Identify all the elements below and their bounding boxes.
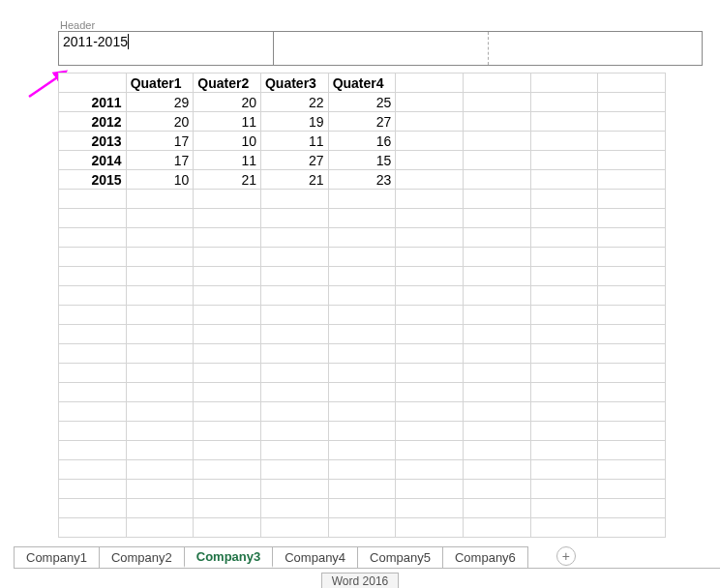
cell[interactable] xyxy=(463,499,530,518)
cell[interactable] xyxy=(260,248,328,267)
cell[interactable] xyxy=(59,209,127,228)
cell[interactable] xyxy=(59,441,127,460)
cell[interactable] xyxy=(260,518,328,538)
cell[interactable] xyxy=(530,74,598,93)
cell[interactable] xyxy=(598,151,666,170)
cell[interactable] xyxy=(59,480,127,499)
cell[interactable] xyxy=(598,518,666,538)
data-cell[interactable]: 21 xyxy=(260,170,328,190)
row-header-year[interactable]: 2015 xyxy=(59,170,127,190)
cell[interactable] xyxy=(328,499,396,518)
cell[interactable] xyxy=(126,248,194,267)
cell[interactable] xyxy=(59,460,127,480)
cell[interactable] xyxy=(463,170,530,190)
cell[interactable] xyxy=(598,422,666,441)
cell[interactable] xyxy=(194,422,261,441)
data-cell[interactable]: 16 xyxy=(328,132,396,151)
cell[interactable] xyxy=(194,325,261,344)
header-left-input[interactable]: 2011-2015 xyxy=(58,32,274,65)
cell[interactable] xyxy=(396,306,464,325)
cell[interactable] xyxy=(530,209,598,228)
cell[interactable] xyxy=(598,93,666,112)
column-header[interactable]: Quater1 xyxy=(126,74,194,93)
cell[interactable] xyxy=(126,190,194,209)
data-cell[interactable]: 22 xyxy=(260,93,328,112)
cell[interactable] xyxy=(126,460,194,480)
cell[interactable] xyxy=(328,518,396,538)
cell[interactable] xyxy=(598,344,666,364)
row-header-year[interactable]: 2013 xyxy=(59,132,127,151)
cell[interactable] xyxy=(126,441,194,460)
cell[interactable] xyxy=(530,228,598,248)
cell[interactable] xyxy=(463,93,530,112)
data-cell[interactable]: 19 xyxy=(260,112,328,132)
cell[interactable] xyxy=(463,344,530,364)
cell[interactable] xyxy=(328,209,396,228)
cell[interactable] xyxy=(396,248,464,267)
cell[interactable] xyxy=(59,228,127,248)
cell[interactable] xyxy=(59,344,127,364)
cell[interactable] xyxy=(59,190,127,209)
cell[interactable] xyxy=(396,151,464,170)
cell[interactable] xyxy=(463,228,530,248)
cell[interactable] xyxy=(598,267,666,286)
cell[interactable] xyxy=(463,190,530,209)
cell[interactable] xyxy=(59,364,127,383)
cell[interactable] xyxy=(463,402,530,422)
cell[interactable] xyxy=(328,441,396,460)
cell[interactable] xyxy=(194,460,261,480)
cell[interactable] xyxy=(463,518,530,538)
cell[interactable] xyxy=(396,267,464,286)
cell[interactable] xyxy=(598,460,666,480)
cell[interactable] xyxy=(328,248,396,267)
cell[interactable] xyxy=(328,402,396,422)
cell[interactable] xyxy=(530,286,598,306)
cell[interactable] xyxy=(396,325,464,344)
cell[interactable] xyxy=(530,480,598,499)
cell[interactable] xyxy=(463,286,530,306)
cell[interactable] xyxy=(260,499,328,518)
cell[interactable] xyxy=(463,325,530,344)
cell[interactable] xyxy=(530,460,598,480)
cell[interactable] xyxy=(463,306,530,325)
cell[interactable] xyxy=(328,306,396,325)
cell[interactable] xyxy=(463,480,530,499)
cell[interactable] xyxy=(530,112,598,132)
data-cell[interactable]: 23 xyxy=(328,170,396,190)
data-cell[interactable]: 20 xyxy=(194,93,261,112)
cell[interactable] xyxy=(396,402,464,422)
cell[interactable] xyxy=(463,422,530,441)
cell[interactable] xyxy=(260,344,328,364)
cell[interactable] xyxy=(530,441,598,460)
cell[interactable] xyxy=(598,286,666,306)
cell[interactable] xyxy=(59,74,127,93)
cell[interactable] xyxy=(194,383,261,402)
cell[interactable] xyxy=(530,151,598,170)
cell[interactable] xyxy=(463,248,530,267)
cell[interactable] xyxy=(126,518,194,538)
header-center-input[interactable] xyxy=(274,32,489,65)
data-cell[interactable]: 15 xyxy=(328,151,396,170)
cell[interactable] xyxy=(396,170,464,190)
cell[interactable] xyxy=(194,364,261,383)
cell[interactable] xyxy=(59,306,127,325)
cell[interactable] xyxy=(396,209,464,228)
cell[interactable] xyxy=(328,422,396,441)
cell[interactable] xyxy=(328,190,396,209)
header-right-input[interactable] xyxy=(489,32,703,65)
cell[interactable] xyxy=(598,248,666,267)
cell[interactable] xyxy=(260,286,328,306)
cell[interactable] xyxy=(59,325,127,344)
cell[interactable] xyxy=(126,209,194,228)
cell[interactable] xyxy=(396,132,464,151)
cell[interactable] xyxy=(530,325,598,344)
cell[interactable] xyxy=(598,132,666,151)
data-cell[interactable]: 20 xyxy=(126,112,194,132)
cell[interactable] xyxy=(598,480,666,499)
cell[interactable] xyxy=(463,383,530,402)
cell[interactable] xyxy=(194,402,261,422)
cell[interactable] xyxy=(194,441,261,460)
data-cell[interactable]: 21 xyxy=(194,170,261,190)
cell[interactable] xyxy=(396,518,464,538)
cell[interactable] xyxy=(598,499,666,518)
